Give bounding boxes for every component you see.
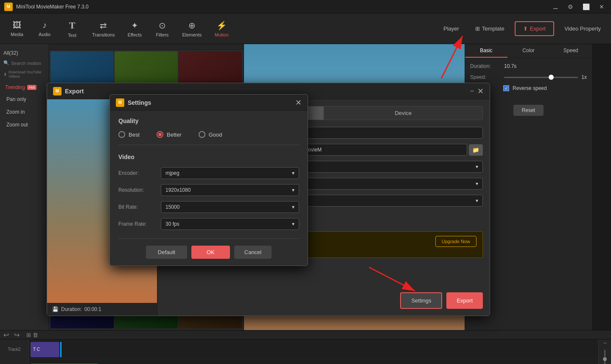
speed-slider[interactable]: 1x	[504, 74, 587, 80]
export-tab-device[interactable]: Device	[324, 106, 483, 120]
quality-good[interactable]: Good	[199, 131, 222, 138]
export-duration-bar: 💾 Duration: 00:00:1	[47, 303, 157, 316]
toolbar-motion[interactable]: ⚡ Motion	[209, 18, 234, 40]
sidebar-item-zoom-in[interactable]: Zoom in	[0, 106, 48, 118]
settings-close-icon[interactable]: ✕	[295, 98, 302, 107]
speed-value: 1x	[581, 74, 587, 80]
toolbar-audio[interactable]: ♪ Audio	[32, 18, 57, 39]
minimize-icon[interactable]: ⚊	[550, 3, 561, 11]
chevron-down-icon-enc: ▾	[292, 170, 294, 176]
main-toolbar: 🖼 Media ♪ Audio T Text ⇄ Transitions ✦ E…	[0, 14, 611, 44]
reset-button[interactable]: Reset	[513, 105, 544, 116]
toolbar-transitions-label: Transitions	[92, 32, 115, 37]
export-folder-button[interactable]: 📁	[469, 144, 483, 156]
cancel-button[interactable]: Cancel	[234, 246, 272, 259]
export-dialog-title: Export	[65, 88, 470, 95]
settings-framerate-field: Frame Rate: 30 fps ▾	[118, 218, 299, 230]
export-close-icon[interactable]: ✕	[477, 87, 484, 96]
toolbar-transitions[interactable]: ⇄ Transitions	[87, 18, 120, 40]
video-section-title: Video	[118, 154, 299, 160]
export-main-button[interactable]: Export	[446, 292, 483, 309]
export-minimize-icon[interactable]: −	[470, 87, 474, 95]
elements-icon: ⊕	[188, 20, 196, 31]
default-button[interactable]: Default	[146, 246, 187, 259]
maximize-icon[interactable]: ⬜	[580, 3, 592, 11]
slider-track	[504, 77, 578, 78]
timeline: ↩ ↪ ⊞ 🗑 Track2 Track1 T C ♪ Challenge	[0, 330, 611, 364]
quality-better-radio	[157, 131, 163, 138]
split-icon[interactable]: ⊞	[26, 332, 31, 338]
tab-basic[interactable]: Basic	[465, 44, 507, 58]
close-icon[interactable]: ✕	[597, 3, 607, 11]
quality-better[interactable]: Better	[157, 131, 182, 138]
app-title: MiniTool MovieMaker Free 7.3.0	[16, 4, 550, 10]
export-icon: ⬆	[523, 25, 528, 32]
toolbar-elements[interactable]: ⊕ Elements	[177, 18, 207, 40]
quality-better-radio-inner	[158, 133, 162, 136]
export-button[interactable]: ⬆ Export	[515, 21, 555, 36]
right-toolbar: Player ⊞ Template ⬆ Export Video Propert…	[437, 21, 607, 36]
tab-speed[interactable]: Speed	[549, 44, 592, 58]
video-property-button[interactable]: Video Property	[558, 23, 607, 34]
quality-best[interactable]: Best	[118, 131, 140, 138]
slider-thumb	[549, 75, 554, 80]
duration-value: 10.7s	[504, 63, 587, 69]
toolbar-audio-label: Audio	[39, 32, 50, 37]
search-motion-text: Search motion	[11, 61, 41, 66]
zoom-out-icon[interactable]: −	[603, 339, 606, 346]
toolbar-effects[interactable]: ✦ Effects	[122, 18, 147, 40]
settings-body: Quality Best Better Good Video Encoder: …	[110, 111, 308, 266]
settings-resolution-label: Resolution:	[118, 187, 161, 193]
app-logo: M	[4, 3, 13, 11]
template-label: Template	[482, 25, 504, 32]
chevron-down-icon-2: ▾	[476, 181, 478, 187]
sidebar-item-pan-only[interactable]: Pan only	[0, 93, 48, 106]
sidebar-item-zoom-out[interactable]: Zoom out	[0, 118, 48, 131]
settings-dialog: M Settings ✕ Quality Best Better Good Vi…	[109, 94, 308, 266]
quality-section-title: Quality	[118, 118, 299, 124]
filters-icon: ⊙	[159, 20, 166, 31]
hot-badge: Hot	[27, 85, 36, 90]
settings-framerate-value: 30 fps	[165, 221, 179, 227]
chevron-down-icon-res: ▾	[292, 187, 294, 193]
track2-label: Track2	[0, 339, 28, 360]
tab-color[interactable]: Color	[507, 44, 550, 58]
speed-row: Speed: 1x	[470, 74, 587, 80]
settings-bitrate-select[interactable]: 15000 ▾	[161, 201, 299, 213]
quality-best-label: Best	[129, 132, 140, 138]
trending-label: Trending	[5, 84, 25, 90]
settings-button[interactable]: Settings	[400, 292, 442, 309]
search-icon: 🔍	[3, 60, 9, 66]
download-label: Download YouTube Videos	[8, 70, 45, 78]
track2-clip[interactable]: T C	[31, 342, 59, 357]
toolbar-text[interactable]: T Text	[59, 17, 85, 40]
toolbar-media-label: Media	[11, 32, 23, 37]
toolbar-text-label: Text	[68, 33, 76, 38]
ok-button[interactable]: OK	[191, 246, 230, 259]
export-label: Export	[530, 25, 546, 32]
zoom-slider-thumb	[603, 357, 607, 361]
player-button[interactable]: Player	[437, 23, 465, 34]
track1-label: Track1	[0, 360, 28, 364]
settings-bitrate-value: 15000	[165, 204, 179, 210]
reverse-checkbox[interactable]: ✓	[503, 85, 509, 91]
undo-button[interactable]: ↩	[3, 331, 9, 339]
delete-icon[interactable]: 🗑	[33, 332, 38, 338]
settings-resolution-value: 1920x1080	[165, 187, 191, 193]
redo-button[interactable]: ↪	[14, 331, 20, 339]
toolbar-filters[interactable]: ⊙ Filters	[149, 18, 175, 40]
template-button[interactable]: ⊞ Template	[469, 23, 510, 34]
settings-resolution-select[interactable]: 1920x1080 ▾	[161, 184, 299, 196]
settings-icon[interactable]: ⚙	[565, 3, 576, 11]
download-icon: ⬇	[3, 72, 7, 77]
settings-bitrate-label: Bit Rate:	[118, 204, 161, 210]
speed-label: Speed:	[470, 74, 504, 80]
settings-encoder-label: Encoder:	[118, 170, 161, 176]
settings-encoder-select[interactable]: mjpeg ▾	[161, 167, 299, 179]
settings-framerate-select[interactable]: 30 fps ▾	[161, 218, 299, 230]
settings-encoder-field: Encoder: mjpeg ▾	[118, 167, 299, 179]
trending-section: Trending Hot	[0, 82, 48, 93]
toolbar-media[interactable]: 🖼 Media	[4, 18, 30, 39]
right-panel-tabs: Basic Color Speed	[465, 44, 592, 58]
upgrade-now-button[interactable]: Upgrade Now	[435, 236, 476, 247]
